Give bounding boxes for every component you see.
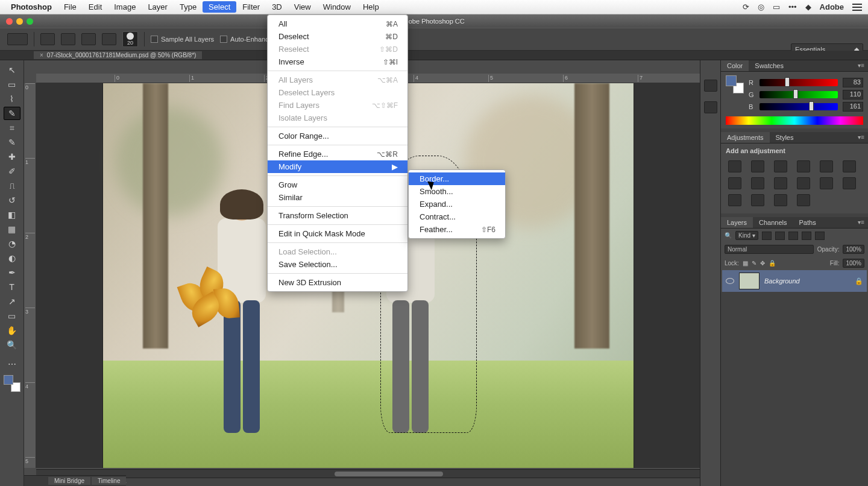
menu-item-edit-in-quick-mask-mode[interactable]: Edit in Quick Mask Mode <box>268 227 407 240</box>
move-tool-icon[interactable]: ↖ <box>4 63 20 77</box>
fill-input[interactable]: 100% <box>843 259 864 268</box>
adj-exposure-icon[interactable] <box>797 160 810 172</box>
color-spectrum[interactable] <box>726 116 863 125</box>
filter-smart-icon[interactable] <box>815 232 825 240</box>
horizontal-scrollbar[interactable] <box>36 469 700 478</box>
new-selection-icon[interactable] <box>40 33 55 45</box>
adj-channel-mixer-icon[interactable] <box>774 177 787 189</box>
window-zoom-button[interactable] <box>27 18 33 25</box>
zoom-tool-icon[interactable]: 🔍 <box>4 338 20 352</box>
layer-filter-kind[interactable]: Kind ▾ <box>735 231 758 240</box>
slider-blue[interactable] <box>760 103 838 110</box>
tab-layers[interactable]: Layers <box>721 217 753 228</box>
marquee-tool-icon[interactable]: ▭ <box>4 78 20 91</box>
tab-styles[interactable]: Styles <box>770 132 800 143</box>
quick-selection-tool-icon[interactable]: ✎ <box>4 107 20 120</box>
sync-icon[interactable]: ⟳ <box>743 2 749 11</box>
healing-brush-tool-icon[interactable]: ✚ <box>4 150 20 163</box>
submenu-item-contract[interactable]: Contract... <box>409 210 505 223</box>
value-green[interactable]: 110 <box>843 90 863 99</box>
vertical-ruler[interactable]: 0 1 2 3 4 5 <box>24 83 36 468</box>
document-tab[interactable]: ×07-iStock_000017617181Medium.psd @ 50% … <box>34 51 202 59</box>
adj-color-lookup-icon[interactable] <box>797 177 810 189</box>
window-close-button[interactable] <box>6 18 13 25</box>
lasso-tool-icon[interactable]: ⌇ <box>4 92 20 106</box>
tab-adjustments[interactable]: Adjustments <box>721 132 770 143</box>
adj-selective-color-icon[interactable] <box>774 194 787 206</box>
tab-paths[interactable]: Paths <box>793 217 822 228</box>
type-tool-icon[interactable]: T <box>4 280 20 294</box>
edit-toolbar-icon[interactable]: ⋯ <box>4 358 20 371</box>
window-minimize-button[interactable] <box>16 18 23 25</box>
submenu-item-smooth[interactable]: Smooth... <box>409 185 505 198</box>
submenu-item-feather[interactable]: Feather...⇧F6 <box>409 223 505 236</box>
menu-filter[interactable]: Filter <box>236 1 266 13</box>
intersect-selection-icon[interactable] <box>102 33 116 45</box>
auto-enhance-checkbox[interactable]: Auto-Enhance <box>220 36 272 43</box>
tab-color[interactable]: Color <box>721 60 749 71</box>
lock-all-icon[interactable]: 🔒 <box>769 260 776 267</box>
current-tool-icon[interactable] <box>7 33 28 45</box>
menu-item-new-3d-extrusion[interactable]: New 3D Extrusion <box>268 276 407 289</box>
lock-transparency-icon[interactable]: ▦ <box>743 260 748 267</box>
menu-select[interactable]: Select <box>203 1 236 13</box>
crop-tool-icon[interactable]: ⌗ <box>4 121 20 134</box>
menu-item-grow[interactable]: Grow <box>268 178 407 191</box>
tab-mini-bridge[interactable]: Mini Bridge <box>48 477 90 485</box>
properties-panel-icon[interactable] <box>704 101 717 113</box>
adj-curves-icon[interactable] <box>774 160 787 172</box>
filter-adjust-icon[interactable] <box>775 232 785 240</box>
history-brush-tool-icon[interactable]: ↺ <box>4 194 20 207</box>
add-selection-icon[interactable] <box>61 33 75 45</box>
menu-window[interactable]: Window <box>317 1 357 13</box>
adjustments-panel-menu-icon[interactable]: ▾≡ <box>854 132 868 143</box>
opacity-input[interactable]: 100% <box>843 245 864 254</box>
path-selection-tool-icon[interactable]: ↗ <box>4 295 20 308</box>
slider-red[interactable] <box>760 79 838 86</box>
menu-item-inverse[interactable]: Inverse⇧⌘I <box>268 55 407 68</box>
brush-tool-icon[interactable]: ✐ <box>4 165 20 178</box>
layer-visibility-icon[interactable] <box>726 278 734 284</box>
menu-file[interactable]: File <box>58 1 83 13</box>
lock-position-icon[interactable]: ✥ <box>760 260 765 267</box>
hand-tool-icon[interactable]: ✋ <box>4 324 20 337</box>
submenu-item-expand[interactable]: Expand... <box>409 198 505 210</box>
menu-item-deselect[interactable]: Deselect⌘D <box>268 30 407 43</box>
menu-image[interactable]: Image <box>108 1 142 13</box>
app-name[interactable]: Photoshop <box>11 2 52 11</box>
subtract-selection-icon[interactable] <box>81 33 96 45</box>
tab-swatches[interactable]: Swatches <box>749 60 790 71</box>
adj-posterize-icon[interactable] <box>843 177 856 189</box>
menu-item-save-selection[interactable]: Save Selection... <box>268 258 407 271</box>
blend-mode-select[interactable]: Normal <box>725 245 814 254</box>
menu-item-modify[interactable]: Modify▶ <box>268 160 407 173</box>
filter-type-icon[interactable] <box>788 232 798 240</box>
filter-pixel-icon[interactable] <box>762 232 772 240</box>
adj-gradient-map-icon[interactable] <box>751 194 764 206</box>
cc-icon[interactable]: ◎ <box>758 2 764 11</box>
tab-timeline[interactable]: Timeline <box>92 477 126 485</box>
adj-more-icon[interactable] <box>797 194 810 206</box>
menu-edit[interactable]: Edit <box>83 1 108 13</box>
menu-item-similar[interactable]: Similar <box>268 191 407 204</box>
close-tab-icon[interactable]: × <box>40 52 43 58</box>
color-panel-swatch[interactable] <box>726 75 744 93</box>
notification-icon[interactable]: ▭ <box>773 2 780 11</box>
submenu-item-border[interactable]: Border... <box>409 172 505 185</box>
more-icon[interactable]: ••• <box>788 2 797 11</box>
adj-levels-icon[interactable] <box>751 160 764 172</box>
adj-hue-icon[interactable] <box>843 160 856 172</box>
clone-stamp-tool-icon[interactable]: ⎍ <box>4 179 20 192</box>
dodge-tool-icon[interactable]: ◐ <box>4 251 20 265</box>
tab-channels[interactable]: Channels <box>753 217 793 228</box>
blur-tool-icon[interactable]: ◔ <box>4 237 20 250</box>
menu-item-refine-edge[interactable]: Refine Edge...⌥⌘R <box>268 148 407 160</box>
menu-item-all[interactable]: All⌘A <box>268 17 407 30</box>
lock-pixels-icon[interactable]: ✎ <box>752 260 756 267</box>
eraser-tool-icon[interactable]: ◧ <box>4 208 20 221</box>
gradient-tool-icon[interactable]: ▦ <box>4 222 20 236</box>
adj-photo-filter-icon[interactable] <box>751 177 764 189</box>
adj-vibrance-icon[interactable] <box>820 160 833 172</box>
layers-panel-menu-icon[interactable]: ▾≡ <box>854 217 868 228</box>
hamburger-icon[interactable] <box>852 4 862 11</box>
